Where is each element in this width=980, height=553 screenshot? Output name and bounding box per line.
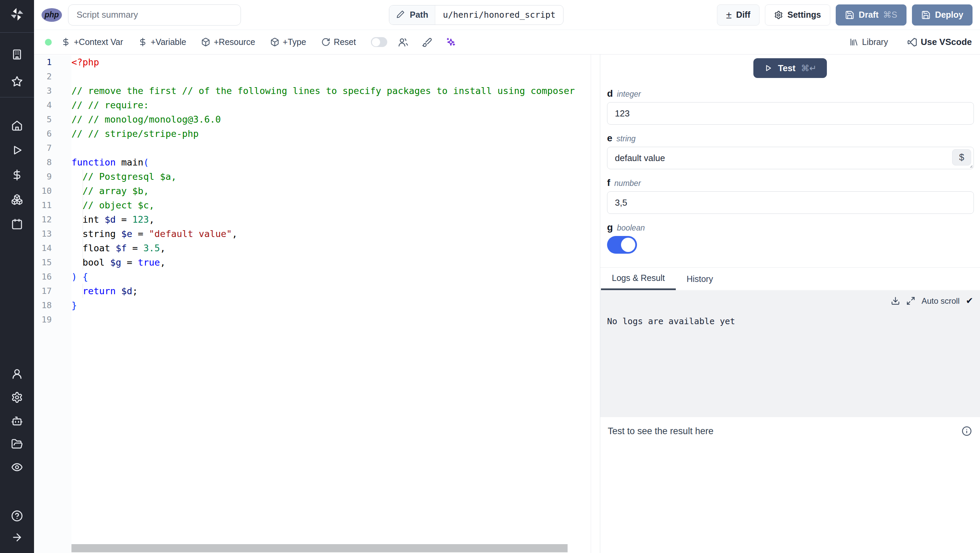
editor-scroll-gutter — [591, 54, 600, 553]
arg-label-f: f number — [607, 177, 974, 188]
code-line[interactable]: // // stripe/stripe-php — [72, 127, 591, 141]
format-brush-icon[interactable] — [422, 37, 432, 47]
resize-handle-icon[interactable] — [967, 163, 973, 168]
arguments-form: d integer e string $ — [607, 80, 974, 254]
add-type-button[interactable]: +Type — [270, 37, 306, 47]
code-line[interactable]: } — [72, 298, 591, 312]
folders-icon[interactable] — [11, 438, 23, 450]
script-path-value: u/henri/honored_script — [435, 5, 563, 24]
play-icon — [764, 64, 772, 73]
line-number: 5 — [34, 112, 72, 127]
line-numbers: 12345678910111213141516171819 — [34, 55, 72, 553]
horizontal-scrollbar[interactable] — [72, 544, 568, 552]
help-icon[interactable] — [11, 510, 23, 522]
logs-panel: Auto scroll ✔ No logs are available yet — [600, 291, 980, 417]
arg-input-d[interactable] — [607, 102, 974, 124]
download-logs-icon[interactable] — [891, 296, 900, 306]
home-icon[interactable] — [11, 120, 23, 132]
refresh-icon — [321, 37, 331, 47]
code-line[interactable]: // Postgresql $a, — [72, 170, 591, 184]
code-line[interactable] — [72, 312, 591, 327]
code-line[interactable] — [72, 70, 591, 84]
package-icon — [201, 37, 210, 47]
settings-button[interactable]: Settings — [765, 5, 830, 25]
draft-shortcut: ⌘S — [883, 10, 897, 20]
tab-logs-result[interactable]: Logs & Result — [601, 268, 676, 290]
add-variable-button[interactable]: +Variable — [138, 37, 186, 47]
line-number: 18 — [34, 298, 72, 312]
path-edit-section[interactable]: Path — [389, 5, 435, 24]
collaborators-users-icon[interactable] — [398, 37, 408, 47]
save-icon — [845, 10, 854, 20]
resources-boxes-icon[interactable] — [11, 194, 23, 206]
add-resource-button[interactable]: +Resource — [201, 37, 255, 47]
arg-input-f[interactable] — [607, 191, 974, 214]
diff-mode-toggle[interactable] — [371, 37, 387, 47]
runs-play-icon[interactable] — [11, 144, 23, 156]
script-summary-input[interactable] — [68, 5, 241, 25]
workers-robot-icon[interactable] — [11, 415, 23, 427]
dollar-icon — [138, 37, 147, 47]
preview-panel: Test ⌘↵ d integer e string — [600, 54, 980, 553]
variables-dollar-icon[interactable] — [11, 169, 23, 181]
code-line[interactable] — [72, 141, 591, 155]
top-header: php Path u/henri/honored_script ± Diff — [34, 0, 980, 30]
line-number: 15 — [34, 255, 72, 270]
line-number: 8 — [34, 155, 72, 170]
sidebar-divider — [0, 32, 34, 33]
use-vscode-button[interactable]: Use VScode — [907, 37, 972, 47]
toggle-knob — [372, 38, 380, 46]
code-line[interactable]: ) { — [72, 270, 591, 284]
line-number: 11 — [34, 198, 72, 212]
code-line[interactable]: float $f = 3.5, — [72, 241, 591, 255]
arg-toggle-g[interactable] — [607, 236, 637, 254]
ai-sparkles-icon[interactable] — [446, 37, 456, 47]
code-line[interactable]: // remove the first // of the following … — [72, 84, 591, 98]
dollar-icon — [61, 37, 70, 47]
audit-eye-icon[interactable] — [11, 461, 23, 473]
settings-gear-icon[interactable] — [11, 392, 23, 403]
result-tabs: Logs & Result History — [600, 267, 980, 290]
auto-scroll-checkbox[interactable]: ✔ — [966, 296, 973, 306]
line-number: 3 — [34, 84, 72, 98]
code-lines[interactable]: <?php// remove the first // of the follo… — [72, 55, 591, 327]
draft-button[interactable]: Draft ⌘S — [836, 5, 907, 25]
line-number: 17 — [34, 284, 72, 298]
arg-input-e[interactable] — [607, 147, 974, 169]
code-line[interactable]: int $d = 123, — [72, 212, 591, 227]
deploy-button[interactable]: Deploy — [912, 5, 972, 25]
code-line[interactable]: // array $b, — [72, 184, 591, 198]
reset-button[interactable]: Reset — [321, 37, 356, 47]
code-line[interactable]: return $d; — [72, 284, 591, 298]
line-number: 10 — [34, 184, 72, 198]
tab-history[interactable]: History — [687, 268, 713, 290]
code-line[interactable]: // // require: — [72, 98, 591, 112]
favorites-star-icon[interactable] — [11, 76, 23, 88]
library-button[interactable]: Library — [850, 37, 888, 47]
user-icon[interactable] — [11, 368, 23, 380]
auto-scroll-label: Auto scroll — [921, 296, 959, 306]
left-sidebar — [0, 0, 34, 553]
code-line[interactable]: string $e = "default value", — [72, 227, 591, 241]
code-line[interactable]: <?php — [72, 55, 591, 70]
diff-button[interactable]: ± Diff — [717, 5, 759, 25]
code-line[interactable]: bool $g = true, — [72, 255, 591, 270]
script-path-widget[interactable]: Path u/henri/honored_script — [389, 5, 563, 25]
schedules-calendar-icon[interactable] — [11, 218, 23, 230]
app-window: php Path u/henri/honored_script ± Diff — [0, 0, 980, 553]
workspace-icon[interactable] — [11, 49, 23, 61]
code-editor[interactable]: 12345678910111213141516171819 <?php// re… — [34, 54, 591, 553]
status-dot — [45, 39, 52, 46]
info-icon[interactable] — [962, 426, 972, 436]
add-context-var-button[interactable]: +Context Var — [61, 37, 123, 47]
result-area: Test to see the result here — [600, 417, 980, 553]
expand-logs-icon[interactable] — [906, 296, 915, 306]
test-button[interactable]: Test ⌘↵ — [753, 58, 827, 78]
plus-minus-icon: ± — [726, 10, 732, 20]
line-number: 2 — [34, 70, 72, 84]
expand-sidebar-arrow-icon[interactable] — [11, 532, 23, 543]
windmill-logo-icon[interactable] — [9, 6, 25, 22]
code-line[interactable]: // object $c, — [72, 198, 591, 212]
code-line[interactable]: function main( — [72, 155, 591, 170]
code-line[interactable]: // // monolog/monolog@3.6.0 — [72, 112, 591, 127]
